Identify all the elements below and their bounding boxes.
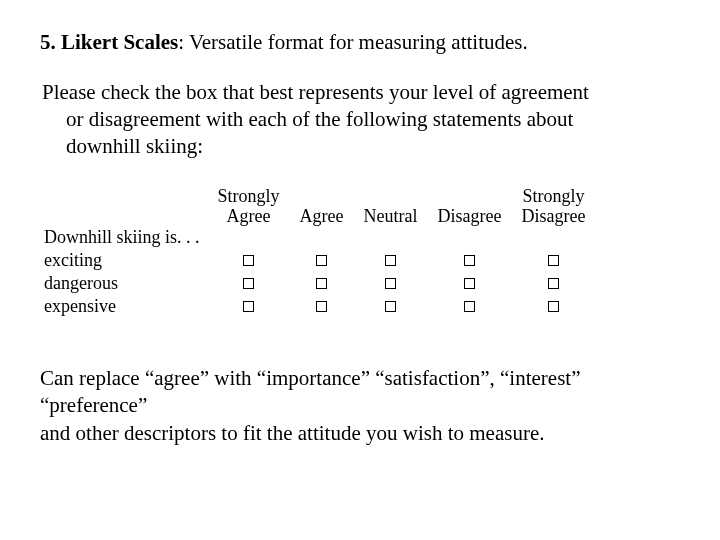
row-label: exciting <box>40 248 208 271</box>
checkbox[interactable] <box>316 255 327 266</box>
likert-row: exciting <box>40 248 595 271</box>
footnote: Can replace “agree” with “importance” “s… <box>40 365 680 447</box>
row-label: expensive <box>40 294 208 317</box>
col-agree: Agree <box>290 186 354 227</box>
checkbox[interactable] <box>464 301 475 312</box>
col-label-bot: Agree <box>227 206 271 226</box>
title-description: : Versatile format for measuring attitud… <box>178 30 528 54</box>
checkbox[interactable] <box>548 255 559 266</box>
checkbox[interactable] <box>316 278 327 289</box>
checkbox[interactable] <box>464 278 475 289</box>
document-page: 5. Likert Scales: Versatile format for m… <box>0 0 720 447</box>
section-title: 5. Likert Scales: Versatile format for m… <box>40 30 680 55</box>
likert-row: dangerous <box>40 271 595 294</box>
checkbox[interactable] <box>385 301 396 312</box>
title-number-name: 5. Likert Scales <box>40 30 178 54</box>
col-label-top: Strongly <box>522 186 584 206</box>
instructions-line-3: downhill skiing: <box>66 134 203 158</box>
footnote-line-2: and other descriptors to fit the attitud… <box>40 421 544 445</box>
checkbox[interactable] <box>385 255 396 266</box>
checkbox[interactable] <box>464 255 475 266</box>
likert-lead-row: Downhill skiing is. . . <box>40 227 595 248</box>
checkbox[interactable] <box>243 255 254 266</box>
row-label: dangerous <box>40 271 208 294</box>
instructions: Please check the box that best represent… <box>40 79 680 160</box>
likert-table: Strongly Agree Agree Neutral Disagree St… <box>40 186 595 317</box>
col-neutral: Neutral <box>354 186 428 227</box>
col-label-top: Strongly <box>218 186 280 206</box>
col-label: Disagree <box>438 206 502 226</box>
checkbox[interactable] <box>243 301 254 312</box>
row-lead-label: Downhill skiing is. . . <box>40 227 208 248</box>
checkbox[interactable] <box>548 278 559 289</box>
likert-row: expensive <box>40 294 595 317</box>
instructions-line-2: or disagreement with each of the followi… <box>66 107 573 131</box>
col-strongly-disagree: Strongly Disagree <box>511 186 595 227</box>
checkbox[interactable] <box>548 301 559 312</box>
checkbox[interactable] <box>316 301 327 312</box>
checkbox[interactable] <box>385 278 396 289</box>
col-label-bot: Disagree <box>521 206 585 226</box>
checkbox[interactable] <box>243 278 254 289</box>
instructions-line-1: Please check the box that best represent… <box>42 80 589 104</box>
col-strongly-agree: Strongly Agree <box>208 186 290 227</box>
col-disagree: Disagree <box>428 186 512 227</box>
col-label: Neutral <box>364 206 418 226</box>
likert-header-row: Strongly Agree Agree Neutral Disagree St… <box>40 186 595 227</box>
col-label: Agree <box>300 206 344 226</box>
footnote-line-1: Can replace “agree” with “importance” “s… <box>40 366 580 417</box>
